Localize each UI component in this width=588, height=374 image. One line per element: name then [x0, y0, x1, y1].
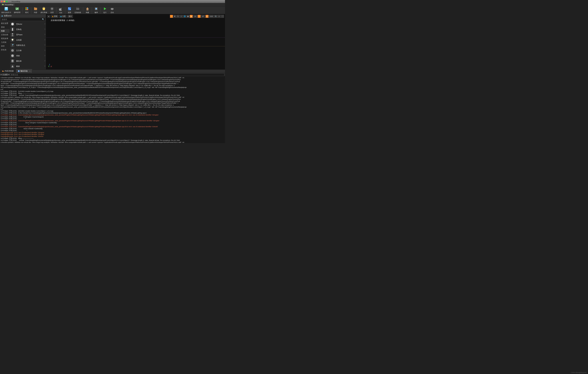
play-button[interactable]: 运行 — [101, 6, 109, 14]
viewport-options-button[interactable]: ▾ — [47, 15, 50, 18]
close-tab-icon[interactable]: × — [29, 70, 30, 72]
marketplace-button[interactable]: 虚幻商城 — [39, 6, 48, 14]
category-item[interactable]: 视觉效果 — [0, 37, 10, 40]
category-item[interactable]: 基础 — [0, 25, 10, 29]
scale-snap-value[interactable]: 0.25 — [209, 15, 214, 18]
actor-item[interactable]: 椎体? — [10, 64, 46, 69]
angle-snap-toggle[interactable]: △ — [198, 15, 201, 18]
level-tab[interactable]: HouseMap — [1, 3, 15, 6]
filter-label[interactable]: 过滤器 — [2, 73, 8, 76]
actor-item[interactable]: 球体? — [10, 53, 46, 58]
help-icon[interactable]: ? — [44, 23, 45, 25]
tab-output-log[interactable]: 输出日志 × — [16, 69, 32, 73]
recent-category[interactable]: 最近放置 — [0, 22, 10, 25]
svg-point-15 — [76, 7, 77, 8]
grid-snap-value[interactable]: 10 — [193, 15, 197, 18]
actor-item[interactable]: 空Pawn? — [10, 32, 46, 37]
launch-button[interactable]: 启动 — [109, 6, 116, 14]
svg-point-9 — [51, 8, 53, 10]
actor-item[interactable]: 空Actor? — [10, 22, 46, 27]
tab-content-browser[interactable]: 内容浏览器 — [0, 69, 16, 73]
viewport-warning-text: 反射捕获需要重建（1 未构建） — [51, 19, 76, 22]
close-window-button[interactable] — [1, 1, 3, 2]
maximize-viewport-button[interactable]: ⛶ — [221, 15, 224, 18]
help-icon[interactable]: ? — [44, 65, 45, 67]
log-line: UATHelper: 打包 (iOS): return GEngine->Gam… — [1, 122, 224, 124]
actor-item[interactable]: 圆柱体? — [10, 58, 46, 64]
level-icon — [2, 4, 4, 6]
log-icon — [18, 70, 20, 72]
output-log[interactable]: e-function-pointers -Wdelete-non-virtual… — [0, 76, 225, 143]
launch-icon — [110, 6, 115, 11]
settings-button[interactable]: 设置 — [48, 6, 56, 14]
modes-button[interactable]: 模式 — [23, 6, 31, 14]
log-line: 6.2-release/Engine/Source" -I"/Users/tan… — [1, 79, 224, 81]
modes-label: 模式 — [25, 11, 29, 14]
place-panel-title: 放置actor — [4, 14, 11, 17]
log-search-input[interactable] — [10, 73, 224, 76]
svg-rect-5 — [26, 9, 27, 10]
help-icon[interactable]: ? — [44, 39, 45, 41]
help-icon[interactable]: ? — [44, 34, 45, 36]
character-icon — [10, 27, 15, 32]
svg-point-22 — [11, 23, 14, 25]
angle-snap-value[interactable]: 10° — [201, 15, 205, 18]
help-icon[interactable]: ? — [44, 28, 45, 30]
viewport-lit-button[interactable]: ◉光照 — [59, 15, 67, 18]
svg-point-23 — [12, 28, 13, 29]
category-item[interactable]: 过场动画 — [0, 33, 10, 37]
bottom-tab-bar: 内容浏览器 输出日志 × — [0, 69, 225, 73]
log-line: e-function-pointers -Wdelete-non-virtual… — [1, 77, 224, 79]
actor-item[interactable]: 空角色? — [10, 27, 46, 32]
surface-snap-button[interactable]: ▦ — [187, 15, 189, 18]
minimize-window-button[interactable] — [3, 1, 5, 2]
grid-snap-toggle[interactable]: ▦ — [190, 15, 193, 18]
build-button[interactable]: 构建 — [84, 6, 91, 14]
log-line: UATHelper: 打包 (iOS): [14/156] Compile Mo… — [1, 90, 224, 92]
maximize-window-button[interactable] — [6, 1, 8, 2]
coord-space-button[interactable]: 🌐 — [183, 15, 186, 18]
camera-speed-value[interactable]: 4 — [217, 15, 221, 18]
build-icon — [85, 6, 90, 11]
settings-label: 设置 — [50, 11, 54, 14]
viewport-perspective-button[interactable]: ◉透视 — [51, 15, 58, 18]
actor-label: 空Actor — [16, 23, 43, 25]
cinematics-button[interactable]: 过场动画 — [73, 6, 82, 14]
actor-item[interactable]: 点光源? — [10, 37, 46, 43]
filter-dropdown-icon[interactable]: ▾ — [1, 74, 2, 76]
scale-snap-toggle[interactable]: ◧ — [206, 15, 209, 18]
category-item[interactable]: 光源 — [0, 29, 10, 33]
blueprints-button[interactable]: 蓝图 — [66, 6, 73, 14]
help-icon[interactable]: ? — [44, 55, 45, 57]
help-icon[interactable]: ? — [44, 44, 45, 46]
save-level-button[interactable]: 保存当前关卡 — [0, 6, 12, 14]
place-actors-panel: 放置actor 🔍 最近放置 基础光源过场动画视觉效果几何体体积所有类 空Act… — [0, 14, 46, 69]
help-icon[interactable]: ? — [44, 49, 45, 51]
main-toolbar: 保存当前关卡源码管理模式内容虚幻商城设置iOS蓝图过场动画构建编译运行启动 — [0, 6, 225, 14]
compile-button[interactable]: 编译 — [93, 6, 100, 14]
svg-point-33 — [11, 62, 13, 62]
select-tool-button[interactable]: ⬚ — [170, 15, 173, 18]
rotate-tool-button[interactable]: ↻ — [177, 15, 179, 18]
category-item[interactable]: 所有类 — [0, 48, 10, 52]
level-viewport[interactable]: ▾ ◉透视 ◉光照 显示 ⬚ ✥ ↻ ⤢ 🌐 ▦ ▦ 10 △ 10° ◧ — [46, 14, 225, 69]
actor-item[interactable]: 玩家出生点? — [10, 43, 46, 48]
actor-label: 圆柱体 — [16, 60, 43, 62]
log-line: UATHelper: 打包 (iOS): ^ — [1, 118, 224, 120]
log-line: nt/CoreUObject/Module.CoreUObject.7_of_8… — [1, 106, 224, 108]
ios-button[interactable]: iOS — [57, 6, 64, 14]
search-classes-input[interactable] — [2, 19, 42, 21]
svg-point-16 — [78, 7, 79, 8]
scale-tool-button[interactable]: ⤢ — [180, 15, 183, 18]
actor-item[interactable]: 立方体? — [10, 48, 46, 53]
help-icon[interactable]: ? — [44, 60, 45, 62]
category-item[interactable]: 几何体 — [0, 40, 10, 44]
source-control-button[interactable]: 源码管理 — [12, 6, 22, 14]
content-button[interactable]: 内容 — [32, 6, 39, 14]
viewport-show-button[interactable]: 显示 — [67, 15, 73, 18]
category-item[interactable]: 体积 — [0, 44, 10, 48]
camera-speed-icon[interactable]: 📷 — [214, 15, 217, 18]
translate-tool-button[interactable]: ✥ — [173, 15, 176, 18]
search-classes-box[interactable]: 🔍 — [0, 18, 45, 21]
svg-rect-21 — [112, 10, 113, 10]
